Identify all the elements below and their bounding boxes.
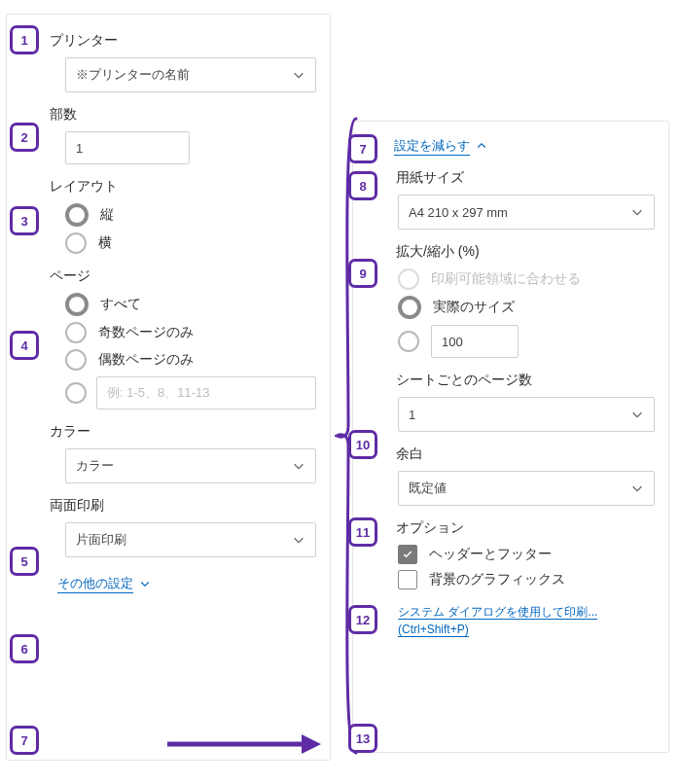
less-settings-link[interactable]: 設定を減らす bbox=[394, 137, 470, 156]
callout-2: 2 bbox=[10, 123, 39, 152]
callout-7b: 7 bbox=[348, 134, 377, 163]
chevron-down-icon bbox=[292, 459, 305, 473]
callout-10: 10 bbox=[348, 430, 377, 459]
copies-input[interactable]: 1 bbox=[65, 131, 190, 164]
pages-all-label: すべて bbox=[100, 296, 141, 313]
callout-5: 5 bbox=[10, 547, 39, 576]
scale-fit-label: 印刷可能領域に合わせる bbox=[431, 270, 581, 288]
color-value: カラー bbox=[76, 457, 114, 475]
background-checkbox[interactable] bbox=[398, 570, 417, 589]
ppsheet-value: 1 bbox=[409, 408, 415, 422]
duplex-select[interactable]: 片面印刷 bbox=[65, 522, 316, 557]
pages-odd-radio[interactable] bbox=[65, 322, 87, 343]
printer-value: ※プリンターの名前 bbox=[76, 66, 190, 84]
chevron-down-icon bbox=[630, 205, 644, 219]
chevron-down-icon bbox=[292, 533, 305, 547]
pages-range-input[interactable]: 例: 1-5、8、11-13 bbox=[96, 376, 316, 410]
chevron-down-icon bbox=[139, 578, 153, 591]
callout-9: 9 bbox=[348, 259, 377, 288]
ppsheet-select[interactable]: 1 bbox=[398, 397, 655, 432]
options-label: オプション bbox=[396, 519, 655, 537]
callout-3: 3 bbox=[10, 206, 39, 235]
callout-11: 11 bbox=[348, 517, 377, 547]
color-label: カラー bbox=[50, 423, 316, 441]
system-dialog-link[interactable]: システム ダイアログを使用して印刷... (Ctrl+Shift+P) bbox=[398, 605, 597, 637]
pages-range-radio[interactable] bbox=[65, 382, 87, 404]
layout-label: レイアウト bbox=[50, 178, 316, 196]
headers-checkbox[interactable] bbox=[398, 545, 417, 564]
layout-portrait-radio[interactable] bbox=[65, 203, 89, 227]
duplex-label: 両面印刷 bbox=[50, 497, 316, 515]
callout-7a: 7 bbox=[10, 726, 39, 755]
layout-portrait-label: 縦 bbox=[100, 206, 114, 224]
ppsheet-label: シートごとのページ数 bbox=[396, 372, 655, 389]
printer-select[interactable]: ※プリンターの名前 bbox=[65, 57, 316, 92]
printer-label: プリンター bbox=[50, 32, 316, 50]
more-settings-link[interactable]: その他の設定 bbox=[57, 575, 133, 593]
print-basic-panel: プリンター ※プリンターの名前 部数 1 レイアウト 縦 bbox=[6, 14, 331, 761]
callout-1: 1 bbox=[10, 25, 39, 54]
paper-label: 用紙サイズ bbox=[396, 169, 655, 187]
paper-select[interactable]: A4 210 x 297 mm bbox=[398, 195, 655, 230]
scale-actual-radio[interactable] bbox=[398, 296, 421, 319]
color-select[interactable]: カラー bbox=[65, 448, 316, 483]
pages-odd-label: 奇数ページのみ bbox=[98, 324, 194, 341]
headers-label: ヘッダーとフッター bbox=[429, 546, 552, 563]
scale-custom-radio[interactable] bbox=[398, 331, 419, 352]
duplex-value: 片面印刷 bbox=[76, 531, 126, 549]
margins-select[interactable]: 既定値 bbox=[398, 471, 655, 506]
chevron-down-icon bbox=[630, 408, 644, 421]
callout-6: 6 bbox=[10, 634, 39, 663]
chevron-down-icon bbox=[292, 68, 305, 82]
scale-custom-input[interactable]: 100 bbox=[431, 325, 519, 358]
margins-label: 余白 bbox=[396, 445, 655, 463]
callout-8: 8 bbox=[348, 171, 377, 200]
copies-label: 部数 bbox=[50, 106, 316, 124]
print-advanced-panel: 設定を減らす 用紙サイズ A4 210 x 297 mm 拡大/縮小 (%) 印… bbox=[352, 121, 669, 753]
margins-value: 既定値 bbox=[409, 480, 447, 497]
paper-value: A4 210 x 297 mm bbox=[409, 205, 508, 220]
chevron-down-icon bbox=[630, 481, 644, 495]
callout-12: 12 bbox=[348, 605, 377, 634]
pages-even-radio[interactable] bbox=[65, 349, 87, 371]
layout-landscape-label: 横 bbox=[98, 234, 112, 252]
pages-even-label: 偶数ページのみ bbox=[98, 351, 194, 369]
pages-label: ページ bbox=[50, 267, 316, 285]
layout-landscape-radio[interactable] bbox=[65, 232, 87, 254]
callout-4: 4 bbox=[10, 331, 39, 360]
callout-13: 13 bbox=[348, 724, 377, 753]
scale-label: 拡大/縮小 (%) bbox=[396, 243, 655, 261]
pages-all-radio[interactable] bbox=[65, 293, 89, 316]
scale-actual-label: 実際のサイズ bbox=[433, 299, 515, 316]
background-label: 背景のグラフィックス bbox=[429, 571, 565, 588]
chevron-up-icon bbox=[476, 140, 489, 154]
scale-fit-radio[interactable] bbox=[398, 268, 419, 290]
